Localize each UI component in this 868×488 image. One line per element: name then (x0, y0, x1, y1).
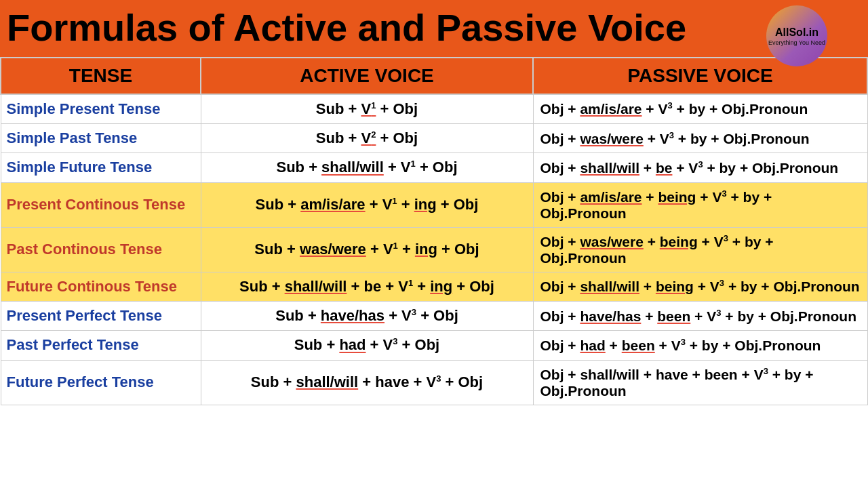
logo-text: AllSol.in (775, 26, 818, 39)
table-row: Future Perfect TenseSub + shall/will + h… (1, 360, 867, 405)
tense-cell: Past Continous Tense (1, 227, 201, 272)
main-table: TENSE ACTIVE VOICE PASSIVE VOICE Simple … (0, 57, 868, 405)
tense-cell: Simple Future Tense (1, 153, 201, 182)
active-voice-cell: Sub + V1 + Obj (201, 94, 533, 124)
table-row: Future Continous TenseSub + shall/will +… (1, 272, 867, 301)
tense-cell: Future Perfect Tense (1, 360, 201, 405)
active-voice-cell: Sub + have/has + V3 + Obj (201, 301, 533, 330)
passive-voice-cell: Obj + shall/will + have + been + V3 + by… (533, 360, 867, 405)
tense-cell: Present Continous Tense (1, 182, 201, 227)
page-title: Formulas of Active and Passive Voice (7, 7, 686, 49)
passive-voice-cell: Obj + have/has + been + V3 + by + Obj.Pr… (533, 301, 867, 330)
passive-voice-cell: Obj + shall/will + being + V3 + by + Obj… (533, 272, 867, 301)
logo-sub: Everything You Need (768, 39, 825, 46)
tense-cell: Present Perfect Tense (1, 301, 201, 330)
table-row: Simple Past TenseSub + V2 + ObjObj + was… (1, 123, 867, 152)
table-row: Present Continous TenseSub + am/is/are +… (1, 182, 867, 227)
passive-voice-cell: Obj + shall/will + be + V3 + by + Obj.Pr… (533, 153, 867, 182)
passive-voice-cell: Obj + was/were + V3 + by + Obj.Pronoun (533, 123, 867, 152)
active-voice-cell: Sub + am/is/are + V1 + ing + Obj (201, 182, 533, 227)
col-passive: PASSIVE VOICE (533, 58, 867, 94)
table-row: Simple Present TenseSub + V1 + ObjObj + … (1, 94, 867, 124)
table-row: Simple Future TenseSub + shall/will + V1… (1, 153, 867, 182)
logo: AllSol.in Everything You Need (766, 5, 827, 66)
active-voice-cell: Sub + had + V3 + Obj (201, 331, 533, 360)
table-row: Past Perfect TenseSub + had + V3 + ObjOb… (1, 331, 867, 360)
passive-voice-cell: Obj + had + been + V3 + by + Obj.Pronoun (533, 331, 867, 360)
col-tense: TENSE (1, 58, 201, 94)
passive-voice-cell: Obj + am/is/are + being + V3 + by + Obj.… (533, 182, 867, 227)
active-voice-cell: Sub + shall/will + V1 + Obj (201, 153, 533, 182)
tense-cell: Future Continous Tense (1, 272, 201, 301)
tense-cell: Past Perfect Tense (1, 331, 201, 360)
passive-voice-cell: Obj + was/were + being + V3 + by + Obj.P… (533, 227, 867, 272)
tense-cell: Simple Present Tense (1, 94, 201, 124)
passive-voice-cell: Obj + am/is/are + V3 + by + Obj.Pronoun (533, 94, 867, 124)
active-voice-cell: Sub + V2 + Obj (201, 123, 533, 152)
active-voice-cell: Sub + shall/will + have + V3 + Obj (201, 360, 533, 405)
tense-cell: Simple Past Tense (1, 123, 201, 152)
header: Formulas of Active and Passive Voice All… (0, 0, 868, 57)
table-header-row: TENSE ACTIVE VOICE PASSIVE VOICE (1, 58, 867, 94)
table-container: TENSE ACTIVE VOICE PASSIVE VOICE Simple … (0, 57, 868, 405)
active-voice-cell: Sub + shall/will + be + V1 + ing + Obj (201, 272, 533, 301)
table-row: Past Continous TenseSub + was/were + V1 … (1, 227, 867, 272)
active-voice-cell: Sub + was/were + V1 + ing + Obj (201, 227, 533, 272)
table-row: Present Perfect TenseSub + have/has + V3… (1, 301, 867, 330)
col-active: ACTIVE VOICE (201, 58, 533, 94)
